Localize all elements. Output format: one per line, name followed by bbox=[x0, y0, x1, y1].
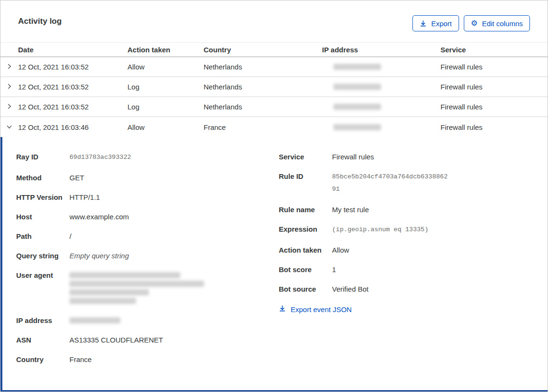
cell-action-taken: Allow bbox=[127, 123, 204, 131]
detail-value: 85bce5b204cf4703a764dcb633886291 bbox=[332, 171, 449, 196]
cell-service: Firewall rules bbox=[440, 103, 548, 111]
detail-label: Bot source bbox=[279, 284, 332, 294]
detail-right-column: Service Firewall rules Rule ID 85bce5b20… bbox=[263, 151, 548, 390]
detail-row-method: Method GET bbox=[16, 172, 263, 183]
detail-value: France bbox=[69, 354, 92, 365]
cell-service: Firewall rules bbox=[440, 123, 548, 131]
detail-label: Host bbox=[16, 211, 69, 222]
expand-row-button[interactable] bbox=[0, 77, 18, 97]
detail-left-column: Ray ID 69d13783ac393322 Method GET HTTP … bbox=[16, 151, 263, 390]
table-row[interactable]: 12 Oct, 2021 16:03:52 Allow Netherlands … bbox=[0, 57, 548, 77]
cell-date: 12 Oct, 2021 16:03:46 bbox=[18, 123, 127, 131]
detail-value-redacted bbox=[69, 315, 120, 326]
cell-service: Firewall rules bbox=[440, 83, 548, 91]
detail-row-expression: Expression (ip.geoip.asnum eq 13335) bbox=[279, 224, 548, 236]
table-row[interactable]: 12 Oct, 2021 16:03:52 Log Netherlands Fi… bbox=[0, 97, 548, 117]
cell-action-taken: Log bbox=[127, 83, 204, 91]
detail-value: Allow bbox=[332, 245, 349, 255]
expand-row-button[interactable] bbox=[0, 57, 18, 77]
detail-label: Ray ID bbox=[16, 151, 69, 164]
detail-row-country: Country France bbox=[16, 354, 263, 365]
detail-row-path: Path / bbox=[16, 231, 263, 242]
detail-value: www.example.com bbox=[69, 211, 129, 222]
cell-date: 12 Oct, 2021 16:03:52 bbox=[18, 103, 127, 111]
cell-service: Firewall rules bbox=[440, 63, 548, 71]
chevron-down-icon bbox=[6, 123, 12, 131]
export-button[interactable]: Export bbox=[412, 15, 459, 31]
detail-value: (ip.geoip.asnum eq 13335) bbox=[332, 224, 429, 236]
detail-value: HTTP/1.1 bbox=[69, 192, 100, 203]
detail-value: / bbox=[69, 231, 71, 242]
table-header: Date Action taken Country IP address Ser… bbox=[0, 42, 548, 57]
cell-ip-address-redacted bbox=[322, 104, 440, 110]
cell-ip-address-redacted bbox=[322, 124, 440, 130]
detail-label: Rule ID bbox=[279, 171, 332, 196]
cell-country: Netherlands bbox=[204, 63, 322, 71]
detail-value: My test rule bbox=[332, 204, 369, 215]
detail-row-action-taken: Action taken Allow bbox=[279, 245, 548, 255]
detail-value: GET bbox=[69, 172, 84, 183]
chevron-right-icon bbox=[6, 103, 12, 111]
detail-label: ASN bbox=[16, 334, 69, 345]
export-button-label: Export bbox=[431, 20, 451, 28]
detail-value: Empty query string bbox=[69, 250, 129, 261]
edit-columns-button[interactable]: ⚙ Edit columns bbox=[464, 15, 530, 31]
detail-row-host: Host www.example.com bbox=[16, 211, 263, 222]
topbar: Activity log Export ⚙ Edit columns bbox=[0, 0, 548, 42]
detail-value: 1 bbox=[332, 264, 336, 275]
detail-label: Rule name bbox=[279, 204, 332, 215]
cell-date: 12 Oct, 2021 16:03:52 bbox=[18, 63, 127, 71]
column-header-action-taken: Action taken bbox=[127, 46, 204, 54]
detail-value: AS13335 CLOUDFLARENET bbox=[69, 334, 163, 345]
cell-country: Netherlands bbox=[204, 83, 322, 91]
detail-label: IP address bbox=[16, 315, 69, 326]
detail-label: Service bbox=[279, 151, 332, 162]
detail-label: User agent bbox=[16, 270, 69, 306]
detail-label: Method bbox=[16, 172, 69, 183]
detail-row-user-agent: User agent bbox=[16, 270, 263, 306]
detail-row-ip-address: IP address bbox=[16, 315, 263, 326]
detail-row-rule-name: Rule name My test rule bbox=[279, 204, 548, 215]
detail-row-bot-source: Bot source Verified Bot bbox=[279, 284, 548, 294]
cell-action-taken: Allow bbox=[127, 63, 204, 71]
chevron-right-icon bbox=[6, 83, 12, 91]
event-detail-panel: Ray ID 69d13783ac393322 Method GET HTTP … bbox=[0, 137, 548, 392]
detail-label: Query string bbox=[16, 250, 69, 261]
download-icon bbox=[420, 20, 427, 27]
column-header-ip-address: IP address bbox=[322, 46, 440, 54]
cell-ip-address-redacted bbox=[322, 64, 440, 70]
detail-value: Firewall rules bbox=[332, 151, 374, 162]
chevron-right-icon bbox=[6, 63, 12, 71]
table-row-expanded[interactable]: 12 Oct, 2021 16:03:46 Allow France Firew… bbox=[0, 117, 548, 137]
export-event-json-label: Export event JSON bbox=[291, 305, 352, 314]
detail-label: Expression bbox=[279, 224, 332, 236]
cell-ip-address-redacted bbox=[322, 84, 440, 90]
detail-label: Bot score bbox=[279, 264, 332, 275]
export-event-json-link[interactable]: Export event JSON bbox=[279, 305, 352, 314]
detail-label: Country bbox=[16, 354, 69, 365]
detail-value: 69d13783ac393322 bbox=[69, 151, 131, 164]
cell-date: 12 Oct, 2021 16:03:52 bbox=[18, 83, 127, 91]
column-header-date: Date bbox=[18, 46, 127, 54]
detail-row-bot-score: Bot score 1 bbox=[279, 264, 548, 275]
table-row[interactable]: 12 Oct, 2021 16:03:52 Log Netherlands Fi… bbox=[0, 77, 548, 97]
collapse-row-button[interactable] bbox=[0, 117, 18, 137]
cell-action-taken: Log bbox=[127, 103, 204, 111]
detail-row-asn: ASN AS13335 CLOUDFLARENET bbox=[16, 334, 263, 345]
detail-row-rule-id: Rule ID 85bce5b204cf4703a764dcb633886291 bbox=[279, 171, 548, 196]
detail-value: Verified Bot bbox=[332, 284, 369, 294]
detail-value-redacted bbox=[69, 270, 204, 306]
detail-row-query-string: Query string Empty query string bbox=[16, 250, 263, 261]
toolbar: Export ⚙ Edit columns bbox=[412, 15, 530, 31]
detail-row-http-version: HTTP Version HTTP/1.1 bbox=[16, 192, 263, 203]
detail-label: Action taken bbox=[279, 245, 332, 255]
cell-country: France bbox=[204, 123, 322, 131]
gear-icon: ⚙ bbox=[471, 20, 478, 27]
detail-row-ray-id: Ray ID 69d13783ac393322 bbox=[16, 151, 263, 164]
edit-columns-button-label: Edit columns bbox=[482, 20, 523, 28]
cell-country: Netherlands bbox=[204, 103, 322, 111]
expand-row-button[interactable] bbox=[0, 97, 18, 117]
activity-log-panel: Activity log Export ⚙ Edit columns Date … bbox=[0, 0, 548, 392]
detail-row-service: Service Firewall rules bbox=[279, 151, 548, 162]
detail-label: HTTP Version bbox=[16, 192, 69, 203]
